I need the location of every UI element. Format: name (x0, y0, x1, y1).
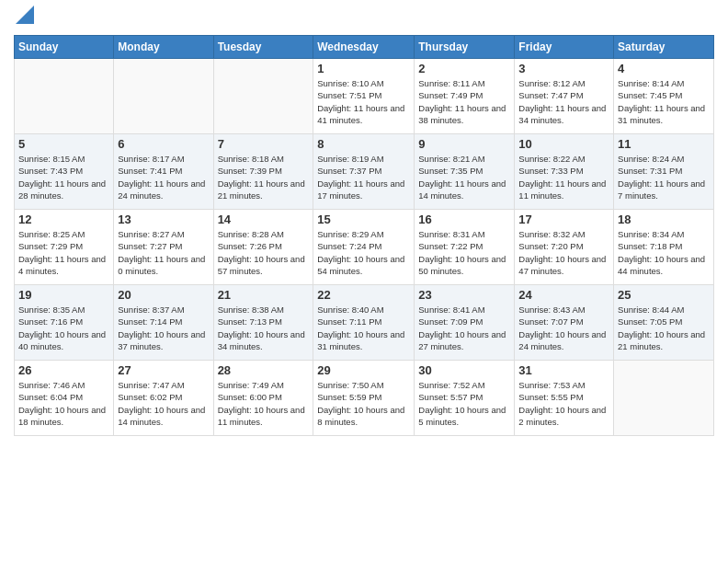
calendar-day-header: Saturday (614, 36, 714, 59)
calendar-cell: 29Sunrise: 7:50 AM Sunset: 5:59 PM Dayli… (313, 361, 415, 436)
calendar-cell: 26Sunrise: 7:46 AM Sunset: 6:04 PM Dayli… (15, 361, 114, 436)
day-info: Sunrise: 8:27 AM Sunset: 7:27 PM Dayligh… (118, 228, 209, 277)
day-number: 31 (518, 363, 609, 377)
day-info: Sunrise: 8:15 AM Sunset: 7:43 PM Dayligh… (18, 153, 109, 201)
calendar-cell: 23Sunrise: 8:41 AM Sunset: 7:09 PM Dayli… (415, 285, 515, 361)
logo (14, 9, 34, 28)
calendar-cell: 3Sunrise: 8:12 AM Sunset: 7:47 PM Daylig… (515, 59, 614, 134)
calendar-cell: 20Sunrise: 8:37 AM Sunset: 7:14 PM Dayli… (114, 285, 213, 361)
day-number: 22 (317, 288, 410, 302)
calendar-cell: 10Sunrise: 8:22 AM Sunset: 7:33 PM Dayli… (515, 134, 614, 210)
day-info: Sunrise: 8:18 AM Sunset: 7:39 PM Dayligh… (218, 153, 310, 201)
day-number: 26 (18, 363, 109, 377)
day-info: Sunrise: 8:17 AM Sunset: 7:41 PM Dayligh… (118, 153, 209, 201)
calendar-cell (614, 361, 714, 436)
day-info: Sunrise: 8:35 AM Sunset: 7:16 PM Dayligh… (18, 304, 109, 352)
page: SundayMondayTuesdayWednesdayThursdayFrid… (0, 0, 728, 563)
calendar-cell: 25Sunrise: 8:44 AM Sunset: 7:05 PM Dayli… (614, 285, 714, 361)
day-number: 29 (317, 363, 410, 377)
calendar-week-row: 5Sunrise: 8:15 AM Sunset: 7:43 PM Daylig… (15, 134, 714, 210)
calendar-week-row: 19Sunrise: 8:35 AM Sunset: 7:16 PM Dayli… (15, 285, 714, 361)
day-number: 5 (18, 137, 109, 151)
calendar-cell: 22Sunrise: 8:40 AM Sunset: 7:11 PM Dayli… (313, 285, 415, 361)
day-info: Sunrise: 8:25 AM Sunset: 7:29 PM Dayligh… (18, 228, 109, 277)
calendar-week-row: 26Sunrise: 7:46 AM Sunset: 6:04 PM Dayli… (15, 361, 714, 436)
calendar-cell: 12Sunrise: 8:25 AM Sunset: 7:29 PM Dayli… (15, 210, 114, 285)
day-info: Sunrise: 7:47 AM Sunset: 6:02 PM Dayligh… (118, 379, 209, 428)
day-info: Sunrise: 7:49 AM Sunset: 6:00 PM Dayligh… (218, 379, 310, 428)
day-number: 4 (618, 62, 710, 75)
day-number: 15 (317, 213, 410, 226)
calendar-cell: 24Sunrise: 8:43 AM Sunset: 7:07 PM Dayli… (515, 285, 614, 361)
calendar-cell: 31Sunrise: 7:53 AM Sunset: 5:55 PM Dayli… (515, 361, 614, 436)
calendar-cell (114, 59, 213, 134)
day-number: 23 (418, 288, 510, 302)
day-info: Sunrise: 8:22 AM Sunset: 7:33 PM Dayligh… (518, 153, 609, 201)
day-number: 8 (317, 137, 410, 151)
calendar-cell: 19Sunrise: 8:35 AM Sunset: 7:16 PM Dayli… (15, 285, 114, 361)
day-info: Sunrise: 8:31 AM Sunset: 7:22 PM Dayligh… (418, 228, 510, 277)
calendar-cell: 6Sunrise: 8:17 AM Sunset: 7:41 PM Daylig… (114, 134, 213, 210)
day-number: 25 (618, 288, 710, 302)
day-number: 1 (317, 62, 410, 75)
logo-icon (16, 6, 34, 28)
day-info: Sunrise: 8:43 AM Sunset: 7:07 PM Dayligh… (518, 304, 609, 352)
day-number: 17 (518, 213, 609, 226)
calendar-cell: 4Sunrise: 8:14 AM Sunset: 7:45 PM Daylig… (614, 59, 714, 134)
calendar-cell: 15Sunrise: 8:29 AM Sunset: 7:24 PM Dayli… (313, 210, 415, 285)
day-number: 18 (618, 213, 710, 226)
day-info: Sunrise: 8:37 AM Sunset: 7:14 PM Dayligh… (118, 304, 209, 352)
day-info: Sunrise: 7:52 AM Sunset: 5:57 PM Dayligh… (418, 379, 510, 428)
calendar-week-row: 1Sunrise: 8:10 AM Sunset: 7:51 PM Daylig… (15, 59, 714, 134)
calendar-day-header: Sunday (15, 36, 114, 59)
calendar-cell: 1Sunrise: 8:10 AM Sunset: 7:51 PM Daylig… (313, 59, 415, 134)
calendar-cell: 5Sunrise: 8:15 AM Sunset: 7:43 PM Daylig… (15, 134, 114, 210)
day-number: 3 (518, 62, 609, 75)
day-info: Sunrise: 8:41 AM Sunset: 7:09 PM Dayligh… (418, 304, 510, 352)
day-info: Sunrise: 8:34 AM Sunset: 7:18 PM Dayligh… (618, 228, 710, 277)
calendar-header-row: SundayMondayTuesdayWednesdayThursdayFrid… (15, 36, 714, 59)
day-info: Sunrise: 7:46 AM Sunset: 6:04 PM Dayligh… (18, 379, 109, 428)
calendar-cell: 18Sunrise: 8:34 AM Sunset: 7:18 PM Dayli… (614, 210, 714, 285)
calendar-cell: 28Sunrise: 7:49 AM Sunset: 6:00 PM Dayli… (213, 361, 313, 436)
day-info: Sunrise: 8:14 AM Sunset: 7:45 PM Dayligh… (618, 77, 710, 126)
day-info: Sunrise: 8:11 AM Sunset: 7:49 PM Dayligh… (418, 77, 510, 126)
calendar-cell (213, 59, 313, 134)
calendar-table: SundayMondayTuesdayWednesdayThursdayFrid… (14, 35, 714, 436)
day-info: Sunrise: 8:12 AM Sunset: 7:47 PM Dayligh… (518, 77, 609, 126)
day-number: 30 (418, 363, 510, 377)
day-info: Sunrise: 7:53 AM Sunset: 5:55 PM Dayligh… (518, 379, 609, 428)
calendar-cell: 30Sunrise: 7:52 AM Sunset: 5:57 PM Dayli… (415, 361, 515, 436)
calendar-cell: 11Sunrise: 8:24 AM Sunset: 7:31 PM Dayli… (614, 134, 714, 210)
day-number: 28 (218, 363, 310, 377)
day-info: Sunrise: 8:29 AM Sunset: 7:24 PM Dayligh… (317, 228, 410, 277)
calendar-cell: 27Sunrise: 7:47 AM Sunset: 6:02 PM Dayli… (114, 361, 213, 436)
calendar-day-header: Tuesday (213, 36, 313, 59)
calendar-cell: 16Sunrise: 8:31 AM Sunset: 7:22 PM Dayli… (415, 210, 515, 285)
calendar-day-header: Monday (114, 36, 213, 59)
day-number: 9 (418, 137, 510, 151)
day-info: Sunrise: 8:44 AM Sunset: 7:05 PM Dayligh… (618, 304, 710, 352)
calendar-day-header: Wednesday (313, 36, 415, 59)
day-info: Sunrise: 8:38 AM Sunset: 7:13 PM Dayligh… (218, 304, 310, 352)
calendar-cell: 21Sunrise: 8:38 AM Sunset: 7:13 PM Dayli… (213, 285, 313, 361)
calendar-cell (15, 59, 114, 134)
day-info: Sunrise: 8:10 AM Sunset: 7:51 PM Dayligh… (317, 77, 410, 126)
calendar-cell: 17Sunrise: 8:32 AM Sunset: 7:20 PM Dayli… (515, 210, 614, 285)
calendar-day-header: Friday (515, 36, 614, 59)
calendar-cell: 2Sunrise: 8:11 AM Sunset: 7:49 PM Daylig… (415, 59, 515, 134)
calendar-cell: 9Sunrise: 8:21 AM Sunset: 7:35 PM Daylig… (415, 134, 515, 210)
day-number: 21 (218, 288, 310, 302)
day-number: 16 (418, 213, 510, 226)
day-info: Sunrise: 8:21 AM Sunset: 7:35 PM Dayligh… (418, 153, 510, 201)
day-info: Sunrise: 8:19 AM Sunset: 7:37 PM Dayligh… (317, 153, 410, 201)
day-info: Sunrise: 8:28 AM Sunset: 7:26 PM Dayligh… (218, 228, 310, 277)
day-info: Sunrise: 8:32 AM Sunset: 7:20 PM Dayligh… (518, 228, 609, 277)
day-number: 19 (18, 288, 109, 302)
day-number: 11 (618, 137, 710, 151)
day-number: 12 (18, 213, 109, 226)
calendar-cell: 8Sunrise: 8:19 AM Sunset: 7:37 PM Daylig… (313, 134, 415, 210)
day-number: 10 (518, 137, 609, 151)
header (14, 9, 714, 28)
calendar-cell: 14Sunrise: 8:28 AM Sunset: 7:26 PM Dayli… (213, 210, 313, 285)
